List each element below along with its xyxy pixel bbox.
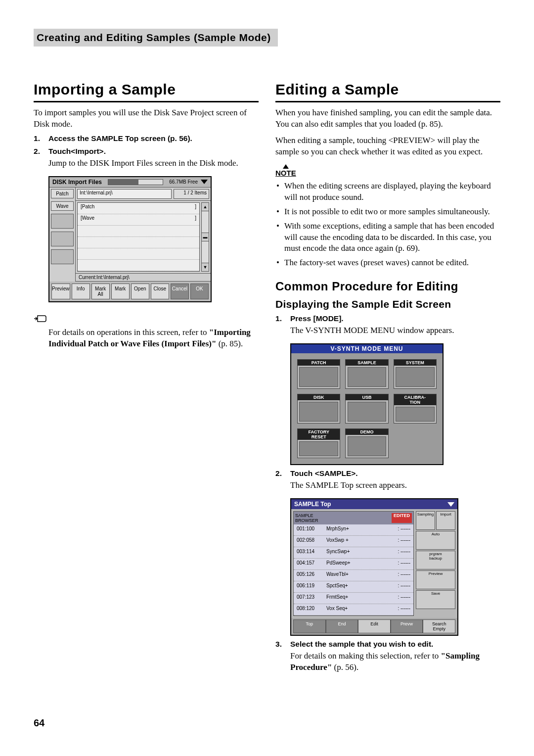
edit-step-3-body: For details on making this selection, re… (290, 651, 500, 673)
disk-import-screenshot: DISK Import Files 66.7MB Free Patch Wave (48, 176, 212, 302)
close-button: Close (151, 284, 169, 299)
preview-button: Preview (51, 284, 70, 299)
edited-badge: EDITED (392, 513, 412, 523)
scroll-track (201, 241, 209, 263)
edit-step-2-title: Touch <SAMPLE>. (290, 469, 500, 478)
sample-row: 003:114SyncSwp+: ------ (294, 547, 413, 559)
program-backup-cell: prgram backup (416, 551, 455, 569)
sample-row: 007:123FrmtSeq+: ------ (294, 593, 413, 604)
mark-button: Mark (111, 284, 130, 299)
editing-p2: When editing a sample, touching <PREVIEW… (275, 135, 500, 158)
open-button: Open (131, 284, 149, 299)
mode-cell-system: SYSTEM (394, 359, 437, 389)
cancel-button: Cancel (171, 284, 189, 299)
search-empty-button: Search Empty (423, 619, 455, 633)
mode-cell-sample: SAMPLE (345, 359, 388, 389)
edit-step-2: Touch <SAMPLE>. The SAMPLE Top screen ap… (275, 469, 500, 491)
side-tab-patch: Patch (51, 189, 74, 198)
import-step-2: Touch<Import>. Jump to the DISK Import F… (34, 147, 259, 169)
displaying-edit-title: Displaying the Sample Edit Screen (275, 298, 500, 310)
edit-step-3: Select the sample that you wish to edit.… (275, 640, 500, 673)
markall-button: Mark All (91, 284, 110, 299)
import-button: Import (436, 511, 455, 530)
scrollbar: ▲ ▬ ▼ (201, 202, 209, 272)
import-tip: For details on operations in this screen… (48, 327, 259, 350)
sample-row: 002:058VoxSwp +: ------ (294, 536, 413, 547)
mode-menu-title: V-SYNTH MODE MENU (291, 344, 443, 353)
mode-cell-calibration: CALIBRA- TION (394, 394, 437, 424)
sample-row: 001:100MrphSyn+: ------ (294, 524, 413, 536)
side-icon-1 (51, 214, 74, 229)
dropdown-arrow-icon (201, 180, 208, 184)
scroll-track (201, 211, 209, 233)
note-item: It is not possible to edit two or more s… (275, 206, 500, 218)
side-icon-2 (51, 232, 74, 246)
browser-label: SAMPLE BROWSER (295, 513, 390, 523)
edit-step-1: Press [MODE]. The V-SYNTH MODE MENU wind… (275, 314, 500, 336)
sample-top-title: SAMPLE Top (294, 501, 331, 508)
side-icon-3 (51, 249, 74, 264)
free-space-text: 66.7MB Free (169, 179, 198, 185)
edit-button: Edit (358, 619, 391, 633)
note-item: The factory-set waves (preset waves) can… (275, 257, 500, 269)
sample-top-screenshot: SAMPLE Top SAMPLE BROWSER EDITED 001:100… (290, 498, 458, 636)
top-button: Top (293, 619, 326, 633)
save-cell: Save (416, 590, 455, 609)
note-item: With some exceptions, editing a sample t… (275, 221, 500, 255)
free-space-meter (108, 179, 163, 185)
common-procedure-title: Common Procedure for Editing (275, 280, 500, 293)
sample-row: 008:120Vox Seq+: ------ (294, 604, 413, 615)
mode-cell-patch: PATCH (297, 359, 340, 389)
side-tab-wave: Wave (51, 201, 74, 211)
page-number: 64 (34, 717, 44, 729)
note-item: When the editing screens are displayed, … (275, 181, 500, 203)
sample-row: 005:126WaveTbl+: ------ (294, 570, 413, 581)
item-count: 1 / 2 Items (174, 189, 209, 199)
end-button: End (326, 619, 358, 633)
file-row (78, 248, 199, 260)
mode-cell-usb: USB (345, 394, 388, 424)
tip-hand-icon (34, 314, 46, 323)
edit-step-2-body: The SAMPLE Top screen appears. (290, 480, 500, 491)
preview-cell: Preview (416, 570, 455, 589)
mode-cell-demo: DEMO (345, 428, 388, 458)
sample-row: 004:157PdSweep+: ------ (294, 559, 413, 570)
editing-p1: When you have finished sampling, you can… (275, 107, 500, 130)
auto-cell: Auto (416, 531, 455, 550)
edit-step-1-title: Press [MODE]. (290, 314, 500, 323)
right-column: Editing a Sample When you have finished … (275, 81, 500, 676)
scroll-up-icon: ▲ (201, 202, 209, 211)
mode-cell-disk: DISK (297, 394, 340, 424)
import-step-2-title: Touch<Import>. (48, 147, 259, 156)
scroll-mid-icon: ▬ (201, 233, 209, 241)
file-row: [Wave ] (78, 214, 199, 226)
edit-step-3-title: Select the sample that you wish to edit. (290, 640, 500, 649)
note-list: When the editing screens are displayed, … (275, 181, 500, 269)
path-field: Int:\Internal.prj\ (77, 189, 172, 199)
importing-intro: To import samples you will use the Disk … (34, 107, 259, 130)
import-step-1: Access the SAMPLE Top screen (p. 56). (34, 134, 259, 143)
note-label: NOTE (275, 169, 296, 177)
mode-cell-factory-reset: FACTORY RESET (297, 428, 340, 458)
file-row (78, 260, 199, 271)
importing-title: Importing a Sample (34, 81, 259, 102)
dropdown-arrow-icon (447, 502, 454, 507)
current-path: Current:Int:\Internal.prj\ (76, 273, 211, 282)
disk-title: DISK Import Files (52, 179, 102, 186)
info-button: Info (72, 284, 90, 299)
mode-menu-screenshot: V-SYNTH MODE MENU PATCH SAMPLE SYSTEM DI… (290, 343, 444, 465)
left-column: Importing a Sample To import samples you… (34, 81, 259, 676)
file-row (78, 237, 199, 248)
import-step-1-title: Access the SAMPLE Top screen (p. 56). (48, 134, 259, 143)
scroll-down-icon: ▼ (201, 263, 209, 272)
edit-step-1-body: The V-SYNTH MODE MENU window appears. (290, 325, 500, 336)
file-row: [Patch ] (78, 203, 199, 214)
sample-row: 006:119SpctSeq+: ------ (294, 581, 413, 593)
sampling-button: Sampling (416, 511, 435, 530)
editing-title: Editing a Sample (275, 81, 500, 102)
prevw-button: Prevw (391, 619, 423, 633)
ok-button: OK (190, 284, 209, 299)
import-step-2-body: Jump to the DISK Import Files screen in … (48, 158, 259, 169)
section-header: Creating and Editing Samples (Sample Mod… (34, 29, 278, 47)
file-row (78, 226, 199, 237)
